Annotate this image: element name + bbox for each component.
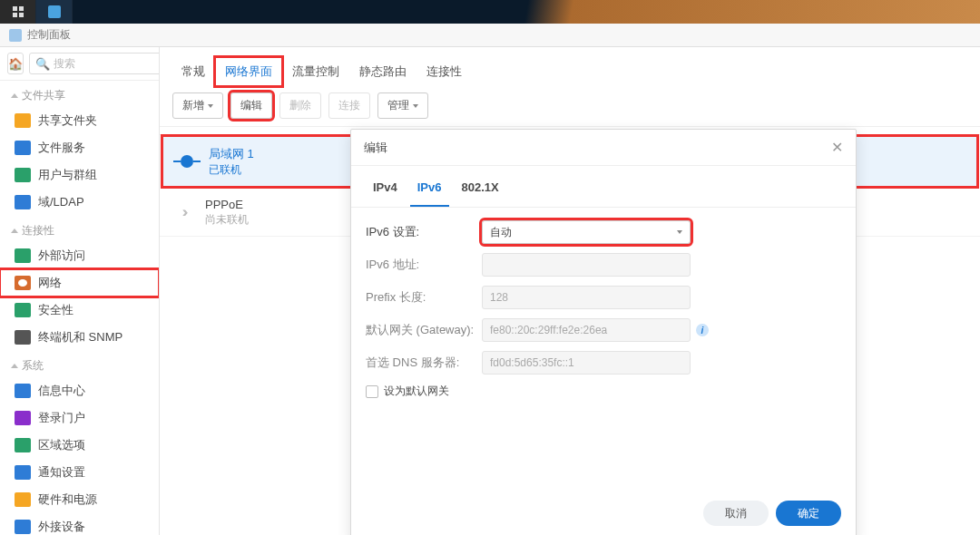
search-icon: 🔍 xyxy=(35,57,50,71)
taskbar-control-panel-button[interactable] xyxy=(36,0,73,24)
region-icon xyxy=(15,438,31,452)
window-title: 控制面板 xyxy=(27,27,71,43)
chevron-up-icon xyxy=(11,364,18,368)
ipv6-addr-input xyxy=(482,253,691,277)
folder-icon xyxy=(15,113,31,128)
taskbar xyxy=(0,0,980,24)
cancel-button[interactable]: 取消 xyxy=(703,501,769,526)
tab-network-interface[interactable]: 网络界面 xyxy=(216,58,281,85)
toolbar: 新增 编辑 删除 连接 管理 xyxy=(160,85,980,126)
apps-grid-icon xyxy=(13,6,24,17)
toolbar-add-button[interactable]: 新增 xyxy=(172,92,223,119)
search-wrap[interactable]: 🔍 xyxy=(29,53,160,74)
ldap-icon xyxy=(15,195,31,209)
caret-down-icon xyxy=(413,104,418,108)
chevron-up-icon xyxy=(11,93,18,98)
info-icon[interactable]: i xyxy=(696,324,709,336)
dialog-body: IPv6 设置: 自动 IPv6 地址: xyxy=(351,208,856,490)
lan-icon xyxy=(176,151,198,172)
bulb-icon xyxy=(15,492,31,507)
interface-status: 已联机 xyxy=(209,162,254,177)
content-area: 常规 网络界面 流量控制 静态路由 连接性 新增 编辑 删除 连接 管理 xyxy=(160,47,980,535)
sidebar-group-header-fileshare[interactable]: 文件共享 xyxy=(0,81,159,107)
caret-down-icon xyxy=(208,104,213,108)
interface-name: 局域网 1 xyxy=(209,146,254,162)
sidebar-item-notify[interactable]: 通知设置 xyxy=(0,459,159,486)
dialog-titlebar: 编辑 ✕ xyxy=(351,130,856,166)
caret-down-icon xyxy=(677,230,682,234)
file-service-icon xyxy=(15,141,31,155)
taskbar-background xyxy=(73,0,980,24)
pppoe-icon: ›› xyxy=(172,201,194,223)
dialog-title: 编辑 xyxy=(364,140,387,156)
sidebar-item-users-groups[interactable]: 用户与群组 xyxy=(0,161,159,189)
sidebar-item-network[interactable]: 网络 xyxy=(0,269,159,297)
dialog-tab-ipv6[interactable]: IPv6 xyxy=(410,175,449,207)
dialog-tab-8021x[interactable]: 802.1X xyxy=(455,175,506,207)
info-icon xyxy=(15,384,31,398)
field-label-ipv6-setup: IPv6 设置: xyxy=(366,224,482,240)
sidebar-item-region[interactable]: 区域选项 xyxy=(0,432,159,459)
tab-general[interactable]: 常规 xyxy=(172,58,214,85)
sidebar-group-header-connectivity[interactable]: 连接性 xyxy=(0,216,159,242)
interface-name: PPPoE xyxy=(205,197,249,213)
users-icon xyxy=(15,168,31,182)
window-icon xyxy=(9,29,22,42)
sidebar-item-external-access[interactable]: 外部访问 xyxy=(0,242,159,269)
chevron-up-icon xyxy=(11,229,18,233)
close-button[interactable]: ✕ xyxy=(831,139,843,156)
ipv6-setup-value: 自动 xyxy=(490,225,512,240)
home-button[interactable]: 🏠 xyxy=(7,53,24,74)
gateway-input xyxy=(482,318,691,342)
window-titlebar: 控制面板 xyxy=(0,24,980,47)
tab-connectivity[interactable]: 连接性 xyxy=(417,58,471,85)
dialog-footer: 取消 确定 xyxy=(351,490,856,535)
sidebar-item-terminal-snmp[interactable]: 终端机和 SNMP xyxy=(0,324,159,351)
shield-icon xyxy=(15,303,31,317)
sidebar-item-file-service[interactable]: 文件服务 xyxy=(0,134,159,161)
sidebar-item-ldap[interactable]: 域/LDAP xyxy=(0,189,159,216)
field-label-dns: 首选 DNS 服务器: xyxy=(366,355,482,371)
sidebar-item-hardware-power[interactable]: 硬件和电源 xyxy=(0,486,159,513)
set-default-gateway-label: 设为默认网关 xyxy=(384,384,449,399)
notify-icon xyxy=(15,465,31,480)
sidebar-item-security[interactable]: 安全性 xyxy=(0,297,159,324)
control-panel-icon xyxy=(48,5,61,18)
globe-icon xyxy=(15,248,31,263)
toolbar-edit-button[interactable]: 编辑 xyxy=(230,92,272,119)
dialog-tab-ipv4[interactable]: IPv4 xyxy=(366,175,405,207)
home-icon: 🏠 xyxy=(8,57,23,71)
sidebar-item-info-center[interactable]: 信息中心 xyxy=(0,377,159,404)
sidebar-item-login-portal[interactable]: 登录门户 xyxy=(0,404,159,432)
sidebar-item-external-device[interactable]: 外接设备 xyxy=(0,513,159,535)
login-icon xyxy=(15,411,31,425)
network-icon xyxy=(15,276,31,290)
tabs-row: 常规 网络界面 流量控制 静态路由 连接性 xyxy=(160,47,980,85)
interface-status: 尚未联机 xyxy=(205,212,249,227)
dns-input xyxy=(482,351,691,374)
taskbar-apps-button[interactable] xyxy=(0,0,36,24)
terminal-icon xyxy=(15,330,31,345)
set-default-gateway-row[interactable]: 设为默认网关 xyxy=(366,384,449,399)
ipv6-setup-select[interactable]: 自动 xyxy=(482,220,691,244)
search-input[interactable] xyxy=(54,57,160,70)
prefix-input xyxy=(482,286,691,309)
edit-dialog: 编辑 ✕ IPv4 IPv6 802.1X IPv6 设置: 自动 xyxy=(350,129,857,535)
toolbar-connect-button: 连接 xyxy=(328,92,370,119)
ok-button[interactable]: 确定 xyxy=(776,501,841,526)
sidebar-item-shared-folder[interactable]: 共享文件夹 xyxy=(0,107,159,134)
tab-static-route[interactable]: 静态路由 xyxy=(350,58,416,85)
sidebar-group-header-system[interactable]: 系统 xyxy=(0,351,159,377)
checkbox-icon[interactable] xyxy=(366,385,378,398)
toolbar-manage-button[interactable]: 管理 xyxy=(377,92,428,119)
field-label-ipv6-addr: IPv6 地址: xyxy=(366,257,482,273)
tab-traffic[interactable]: 流量控制 xyxy=(283,58,348,85)
field-label-gateway: 默认网关 (Gateway): xyxy=(366,322,482,338)
dialog-tabs: IPv4 IPv6 802.1X xyxy=(351,166,856,208)
toolbar-delete-button: 删除 xyxy=(279,92,321,119)
sidebar: 🏠 🔍 文件共享 共享文件夹 文件服务 用户与群组 域/LDAP xyxy=(0,47,160,535)
usb-icon xyxy=(15,520,31,534)
field-label-prefix: Prefix 长度: xyxy=(366,289,482,306)
